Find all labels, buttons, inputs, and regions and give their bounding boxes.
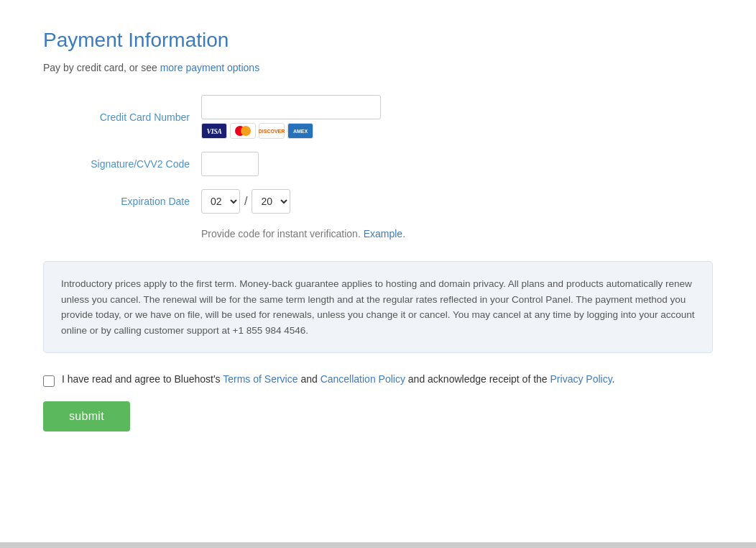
cc-number-label: Credit Card Number (43, 111, 201, 123)
payment-form: Credit Card Number VISA DISCOVER AMEX (43, 95, 713, 214)
privacy-policy-link[interactable]: Privacy Policy (550, 373, 612, 385)
verification-note: Provide code for instant verification. E… (201, 228, 713, 239)
agreement-text: I have read and agree to Bluehost's Term… (62, 373, 615, 385)
verification-text: Provide code for instant verification. (201, 228, 361, 239)
info-box: Introductory prices apply to the first t… (43, 261, 713, 353)
mastercard-icon (230, 123, 256, 139)
agreement-suffix: . (612, 373, 615, 385)
agreement-prefix: I have read and agree to Bluehost's (62, 373, 223, 385)
expiry-separator: / (244, 195, 247, 208)
info-box-text: Introductory prices apply to the first t… (61, 278, 695, 336)
card-icons: VISA DISCOVER AMEX (201, 123, 381, 139)
expiry-month-select[interactable]: 01 02 03 04 05 06 07 08 09 10 11 12 (201, 189, 240, 214)
tos-link[interactable]: Terms of Service (223, 373, 298, 385)
bottom-bar (0, 542, 756, 548)
agreement-row: I have read and agree to Bluehost's Term… (43, 373, 713, 387)
page-title: Payment Information (43, 29, 713, 52)
cvv-label: Signature/CVV2 Code (43, 158, 201, 170)
expiry-wrap: 01 02 03 04 05 06 07 08 09 10 11 12 / 20… (201, 189, 290, 214)
expiry-year-select[interactable]: 20 21 22 23 24 25 26 27 28 29 30 (252, 189, 290, 214)
expiry-label: Expiration Date (43, 196, 201, 207)
agreement-and1: and (298, 373, 321, 385)
cvv-input[interactable] (201, 152, 259, 176)
expiry-row: Expiration Date 01 02 03 04 05 06 07 08 … (43, 189, 713, 214)
cc-number-row: Credit Card Number VISA DISCOVER AMEX (43, 95, 713, 139)
more-payment-options-link[interactable]: more payment options (160, 62, 260, 73)
verification-example-link[interactable]: Example. (364, 228, 405, 239)
page-container: Payment Information Pay by credit card, … (0, 0, 756, 548)
cc-number-input-wrap: VISA DISCOVER AMEX (201, 95, 381, 139)
agreement-and2: and acknowledge receipt of the (405, 373, 550, 385)
visa-icon: VISA (201, 123, 227, 139)
agreement-checkbox[interactable] (43, 375, 55, 387)
cancellation-policy-link[interactable]: Cancellation Policy (321, 373, 405, 385)
amex-icon: AMEX (287, 123, 313, 139)
subtitle-prefix: Pay by credit card, or see (43, 62, 160, 73)
cc-number-input[interactable] (201, 95, 381, 119)
discover-icon: DISCOVER (259, 123, 285, 139)
submit-button[interactable]: submit (43, 401, 130, 431)
cvv-row: Signature/CVV2 Code (43, 152, 713, 176)
subtitle: Pay by credit card, or see more payment … (43, 62, 713, 73)
